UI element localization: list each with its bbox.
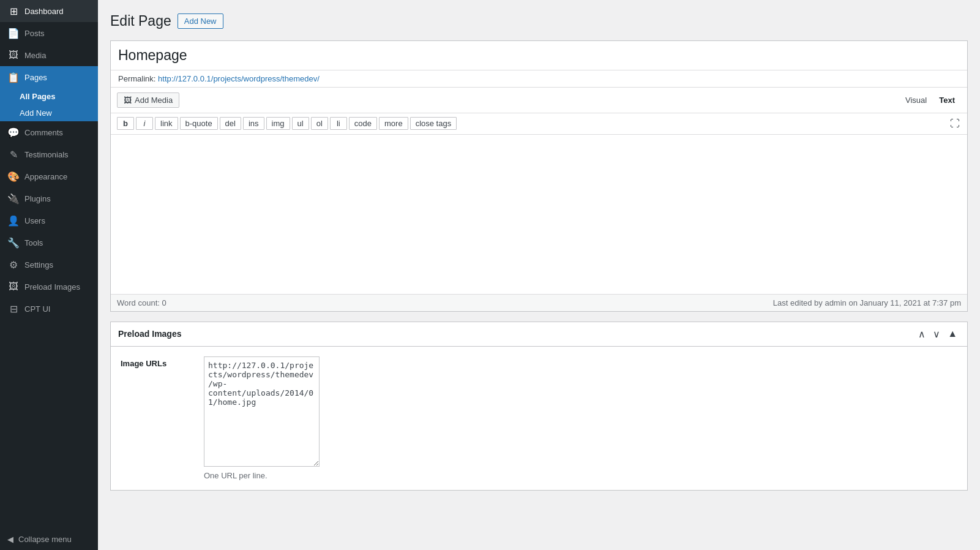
cpt-ui-icon: ⊟: [7, 303, 20, 315]
word-count-value: 0: [162, 298, 166, 307]
format-btn-code[interactable]: code: [349, 117, 377, 130]
sidebar-item-label: Preload Images: [24, 282, 80, 292]
editor-container: Permalink: http://127.0.0.1/projects/wor…: [110, 40, 968, 312]
metabox-field-wrapper: http://127.0.0.1/projects/wordpress/them…: [204, 356, 957, 480]
submenu-item-all-pages[interactable]: All Pages: [0, 88, 98, 105]
sidebar-item-label: Pages: [24, 73, 47, 82]
metabox-header[interactable]: Preload Images ∧ ∨ ▲: [111, 322, 967, 347]
editor-content-area[interactable]: [111, 135, 967, 294]
format-buttons: b i link b-quote del ins img ul ol li co…: [117, 117, 457, 130]
format-btn-ins[interactable]: ins: [243, 117, 264, 130]
sidebar-item-preload-images[interactable]: 🖼 Preload Images: [0, 276, 98, 298]
toolbar-left: 🖼 Add Media: [117, 92, 179, 113]
permalink-link[interactable]: http://127.0.0.1/projects/wordpress/them…: [158, 74, 320, 83]
metabox-move-up-button[interactable]: ∨: [930, 327, 943, 341]
format-btn-more[interactable]: more: [379, 117, 408, 130]
sidebar-item-label: Users: [24, 216, 45, 225]
format-btn-i[interactable]: i: [136, 117, 153, 130]
appearance-icon: 🎨: [7, 170, 20, 183]
format-btn-del[interactable]: del: [220, 117, 241, 130]
sidebar-item-posts[interactable]: 📄 Posts: [0, 22, 98, 44]
testimonials-icon: ✎: [7, 148, 20, 160]
format-btn-link[interactable]: link: [155, 117, 178, 130]
sidebar-item-comments[interactable]: 💬 Comments: [0, 121, 98, 143]
metabox-collapse-button[interactable]: ∧: [916, 327, 928, 341]
sidebar-item-label: Tools: [24, 238, 43, 247]
metabox-controls: ∧ ∨ ▲: [916, 327, 960, 341]
expand-editor-button[interactable]: ⛶: [949, 117, 961, 130]
word-count-label: Word count:: [117, 298, 160, 307]
permalink-bar: Permalink: http://127.0.0.1/projects/wor…: [111, 70, 967, 88]
sidebar-item-tools[interactable]: 🔧 Tools: [0, 232, 98, 254]
metabox-field-row: Image URLs http://127.0.0.1/projects/wor…: [121, 356, 957, 480]
format-btn-b[interactable]: b: [117, 117, 134, 130]
submenu-item-add-new[interactable]: Add New: [0, 105, 98, 121]
collapse-label: Collapse menu: [18, 535, 72, 544]
editor-toolbar-top: 🖼 Add Media Visual Text: [111, 88, 967, 113]
metabox-field-label: Image URLs: [121, 356, 194, 368]
users-icon: 👤: [7, 214, 20, 227]
page-title: Edit Page: [110, 12, 171, 31]
sidebar-item-cpt-ui[interactable]: ⊟ CPT UI: [0, 298, 98, 320]
add-media-label: Add Media: [135, 96, 173, 105]
format-btn-ul[interactable]: ul: [292, 117, 309, 130]
media-icon: 🖼: [7, 49, 20, 61]
sidebar-item-label: Posts: [24, 29, 45, 38]
settings-icon: ⚙: [7, 258, 20, 271]
sidebar: ⊞ Dashboard 📄 Posts 🖼 Media 📋 Pages All …: [0, 0, 98, 550]
add-media-icon: 🖼: [124, 96, 132, 105]
sidebar-item-plugins[interactable]: 🔌 Plugins: [0, 187, 98, 209]
sidebar-item-settings[interactable]: ⚙ Settings: [0, 254, 98, 276]
pages-icon: 📋: [7, 71, 20, 83]
collapse-icon: ◀: [7, 535, 13, 544]
add-media-button[interactable]: 🖼 Add Media: [117, 92, 179, 108]
comments-icon: 💬: [7, 126, 20, 138]
sidebar-item-label: Settings: [24, 260, 53, 269]
pages-submenu: All Pages Add New: [0, 88, 98, 121]
posts-icon: 📄: [7, 27, 20, 39]
word-count: Word count: 0: [117, 298, 166, 307]
sidebar-item-users[interactable]: 👤 Users: [0, 209, 98, 232]
main-content: Edit Page Add New Permalink: http://127.…: [98, 0, 980, 550]
dashboard-icon: ⊞: [7, 5, 20, 17]
format-btn-li[interactable]: li: [330, 117, 347, 130]
sidebar-item-label: CPT UI: [24, 304, 50, 314]
format-btn-img[interactable]: img: [266, 117, 290, 130]
preload-images-icon: 🖼: [7, 281, 20, 293]
metabox-move-top-button[interactable]: ▲: [945, 327, 960, 341]
last-edited: Last edited by admin on January 11, 2021…: [773, 298, 961, 307]
view-tabs: Visual Text: [899, 93, 961, 107]
format-btn-ol[interactable]: ol: [311, 117, 328, 130]
permalink-label: Permalink:: [118, 74, 155, 83]
metabox-title: Preload Images: [118, 329, 182, 339]
metabox-field-help: One URL per line.: [204, 471, 957, 480]
collapse-menu[interactable]: ◀ Collapse menu: [0, 529, 98, 550]
sidebar-item-label: Media: [24, 51, 46, 60]
metabox-content: Image URLs http://127.0.0.1/projects/wor…: [111, 347, 967, 490]
sidebar-item-media[interactable]: 🖼 Media: [0, 44, 98, 66]
editor-footer: Word count: 0 Last edited by admin on Ja…: [111, 294, 967, 311]
sidebar-item-testimonials[interactable]: ✎ Testimonials: [0, 143, 98, 165]
sidebar-item-label: Appearance: [24, 172, 67, 181]
sidebar-item-pages[interactable]: 📋 Pages: [0, 66, 98, 88]
format-btn-close-tags[interactable]: close tags: [410, 117, 457, 130]
sidebar-item-dashboard[interactable]: ⊞ Dashboard: [0, 0, 98, 22]
metabox-preload-images: Preload Images ∧ ∨ ▲ Image URLs http://1…: [110, 322, 968, 491]
add-new-button[interactable]: Add New: [178, 13, 223, 29]
format-btn-bquote[interactable]: b-quote: [180, 117, 218, 130]
plugins-icon: 🔌: [7, 192, 20, 205]
image-urls-textarea[interactable]: http://127.0.0.1/projects/wordpress/them…: [204, 356, 320, 467]
page-title-input[interactable]: [111, 41, 967, 70]
sidebar-item-label: Dashboard: [24, 7, 64, 16]
page-header: Edit Page Add New: [110, 12, 968, 31]
format-toolbar: b i link b-quote del ins img ul ol li co…: [111, 113, 967, 135]
tab-text[interactable]: Text: [933, 93, 961, 107]
sidebar-item-label: Plugins: [24, 194, 51, 203]
sidebar-item-appearance[interactable]: 🎨 Appearance: [0, 165, 98, 187]
sidebar-item-label: Comments: [24, 128, 63, 137]
tools-icon: 🔧: [7, 236, 20, 249]
tab-visual[interactable]: Visual: [899, 93, 933, 107]
sidebar-item-label: Testimonials: [24, 150, 69, 159]
